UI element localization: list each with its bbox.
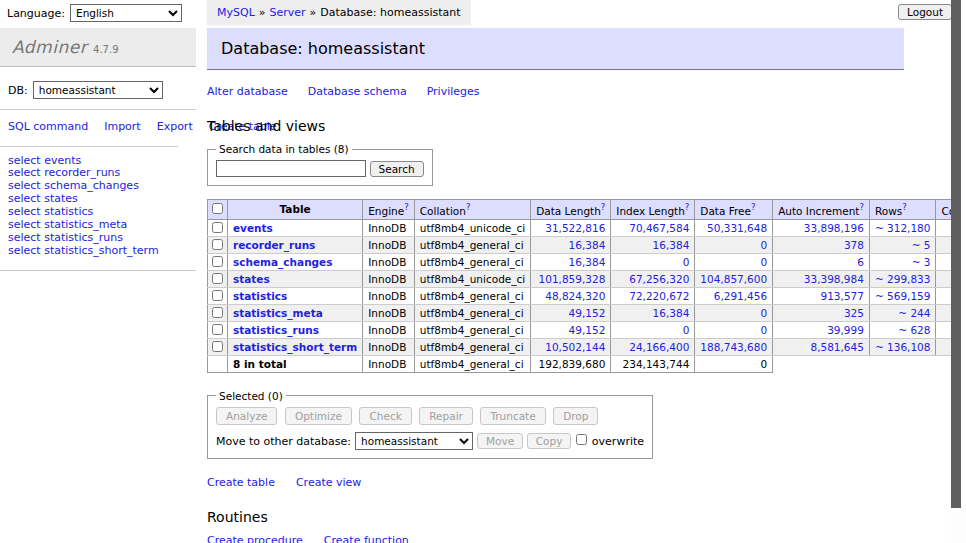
- create-view-link[interactable]: Create view: [296, 476, 361, 489]
- data-length-link[interactable]: 16,384: [569, 256, 606, 268]
- select-all-checkbox[interactable]: [212, 203, 223, 214]
- index-length-link[interactable]: 0: [683, 324, 690, 336]
- data-free-link[interactable]: 50,331,648: [707, 222, 767, 234]
- auto-increment-link[interactable]: 33,898,196: [804, 222, 864, 234]
- help-link-icon[interactable]: ?: [685, 202, 690, 212]
- index-length-link[interactable]: 70,467,584: [629, 222, 689, 234]
- auto-increment-link[interactable]: 378: [844, 239, 864, 251]
- table-name-link[interactable]: events: [233, 222, 273, 234]
- data-free-link[interactable]: 0: [760, 239, 767, 251]
- sidebar-link-sql-command[interactable]: SQL command: [8, 120, 88, 133]
- row-checkbox[interactable]: [212, 324, 223, 335]
- repair-button[interactable]: Repair: [419, 407, 473, 425]
- sidebar-link-export[interactable]: Export: [157, 120, 193, 133]
- data-length-link[interactable]: 10,502,144: [545, 341, 605, 353]
- optimize-button[interactable]: Optimize: [285, 407, 352, 425]
- language-select[interactable]: English: [70, 4, 182, 22]
- check-button[interactable]: Check: [359, 407, 411, 425]
- help-link-icon[interactable]: ?: [404, 202, 409, 212]
- data-free-link[interactable]: 104,857,600: [700, 273, 767, 285]
- move-button[interactable]: Move: [477, 433, 523, 449]
- data-length-link[interactable]: 101,859,328: [539, 273, 606, 285]
- help-link-icon[interactable]: ?: [902, 202, 907, 212]
- table-name-link[interactable]: states: [233, 273, 270, 285]
- table-name-link[interactable]: statistics_meta: [233, 307, 323, 319]
- sidebar-link-select-recorder-runs[interactable]: select recorder_runs: [8, 166, 120, 179]
- sidebar-link-select-statistics[interactable]: select statistics: [8, 205, 93, 218]
- row-checkbox[interactable]: [212, 290, 223, 301]
- sidebar-link-import[interactable]: Import: [104, 120, 141, 133]
- create-table-link[interactable]: Create table: [207, 476, 275, 489]
- data-free-link[interactable]: 0: [760, 307, 767, 319]
- table-name-link[interactable]: statistics_short_term: [233, 341, 357, 353]
- row-checkbox[interactable]: [212, 341, 223, 352]
- db-select[interactable]: homeassistant: [33, 81, 163, 99]
- data-length-link[interactable]: 31,522,816: [545, 222, 605, 234]
- auto-increment-link[interactable]: 33,398,984: [804, 273, 864, 285]
- auto-increment-link[interactable]: 39,999: [827, 324, 864, 336]
- create-procedure-link[interactable]: Create procedure: [207, 534, 303, 543]
- scrollbar-track[interactable]: [951, 0, 966, 543]
- index-length-link[interactable]: 16,384: [653, 239, 690, 251]
- data-free-link[interactable]: 0: [760, 256, 767, 268]
- row-checkbox[interactable]: [212, 239, 223, 250]
- auto-increment-link[interactable]: 6: [857, 256, 864, 268]
- privileges-link[interactable]: Privileges: [427, 85, 480, 98]
- rows-count-link[interactable]: ~ 569,159: [875, 290, 931, 302]
- index-length-link[interactable]: 67,256,320: [629, 273, 689, 285]
- rows-count-link[interactable]: ~ 244: [898, 307, 930, 319]
- data-length-link[interactable]: 49,152: [569, 324, 606, 336]
- help-link-icon[interactable]: ?: [859, 202, 864, 212]
- table-name-link[interactable]: statistics: [233, 290, 287, 302]
- truncate-button[interactable]: Truncate: [480, 407, 545, 425]
- data-length-link[interactable]: 49,152: [569, 307, 606, 319]
- overwrite-checkbox[interactable]: [576, 434, 587, 445]
- analyze-button[interactable]: Analyze: [216, 407, 277, 425]
- auto-increment-link[interactable]: 325: [844, 307, 864, 319]
- auto-increment-link[interactable]: 8,581,645: [810, 341, 863, 353]
- rows-count-link[interactable]: ~ 136,108: [875, 341, 931, 353]
- table-name-link[interactable]: statistics_runs: [233, 324, 319, 336]
- sidebar-link-select-schema-changes[interactable]: select schema_changes: [8, 179, 139, 192]
- auto-increment-link[interactable]: 913,577: [821, 290, 864, 302]
- help-link-icon[interactable]: ?: [751, 202, 756, 212]
- row-checkbox[interactable]: [212, 307, 223, 318]
- move-database-select[interactable]: homeassistant: [355, 432, 473, 450]
- index-length-link[interactable]: 0: [683, 256, 690, 268]
- data-length-link[interactable]: 48,824,320: [545, 290, 605, 302]
- help-link-icon[interactable]: ?: [601, 202, 606, 212]
- drop-button[interactable]: Drop: [553, 407, 598, 425]
- create-function-link[interactable]: Create function: [324, 534, 409, 543]
- index-length-link[interactable]: 24,166,400: [629, 341, 689, 353]
- index-length-link[interactable]: 16,384: [653, 307, 690, 319]
- sidebar-link-select-states[interactable]: select states: [8, 192, 78, 205]
- sidebar-link-select-events[interactable]: select events: [8, 154, 81, 167]
- data-free-link[interactable]: 188,743,680: [700, 341, 767, 353]
- search-input[interactable]: [216, 160, 366, 177]
- rows-count-link[interactable]: ~ 5: [912, 239, 931, 251]
- rows-count-link[interactable]: ~ 3: [912, 256, 931, 268]
- alter-database-link[interactable]: Alter database: [207, 85, 288, 98]
- scrollbar-thumb[interactable]: [951, 0, 961, 508]
- row-checkbox[interactable]: [212, 273, 223, 284]
- data-free-link[interactable]: 6,291,456: [714, 290, 767, 302]
- row-checkbox[interactable]: [212, 256, 223, 267]
- table-name-link[interactable]: recorder_runs: [233, 239, 315, 251]
- breadcrumb-link-mysql[interactable]: MySQL: [217, 6, 255, 19]
- index-length-link[interactable]: 72,220,672: [629, 290, 689, 302]
- overwrite-label[interactable]: overwrite: [592, 435, 644, 448]
- sidebar-link-select-statistics-short-term[interactable]: select statistics_short_term: [8, 244, 159, 257]
- rows-count-link[interactable]: ~ 299,833: [875, 273, 931, 285]
- search-button[interactable]: Search: [370, 161, 424, 177]
- database-schema-link[interactable]: Database schema: [308, 85, 407, 98]
- data-free-link[interactable]: 0: [760, 324, 767, 336]
- sidebar-link-select-statistics-runs[interactable]: select statistics_runs: [8, 231, 123, 244]
- data-length-link[interactable]: 16,384: [569, 239, 606, 251]
- rows-count-link[interactable]: ~ 628: [898, 324, 930, 336]
- row-checkbox[interactable]: [212, 222, 223, 233]
- help-link-icon[interactable]: ?: [466, 202, 471, 212]
- rows-count-link[interactable]: ~ 312,180: [875, 222, 931, 234]
- table-name-link[interactable]: schema_changes: [233, 256, 333, 268]
- sidebar-link-select-statistics-meta[interactable]: select statistics_meta: [8, 218, 127, 231]
- copy-button[interactable]: Copy: [527, 433, 572, 449]
